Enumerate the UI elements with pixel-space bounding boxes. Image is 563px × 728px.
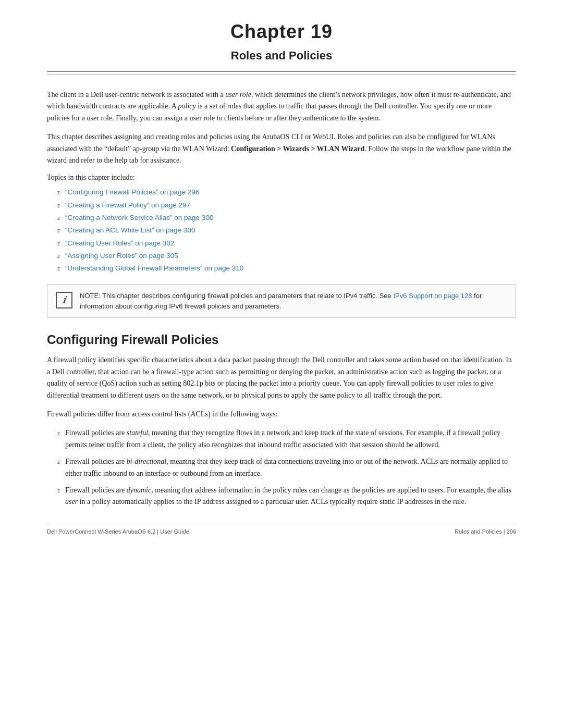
bullet-item-2: Firewall policies are bi-directional, me… (57, 456, 516, 479)
topics-label: Topics in this chapter include: (47, 174, 516, 182)
topic-item-3[interactable]: “Creating a Network Service Alias” on pa… (57, 212, 516, 224)
topic-item-4[interactable]: “Creating an ACL White List” on page 300 (57, 224, 516, 237)
bullet-1-text: Firewall policies are stateful, meaning … (65, 427, 516, 451)
topic-item-1[interactable]: “Configuring Firewall Policies” on page … (57, 186, 516, 199)
top-divider-thin (47, 74, 516, 75)
topic-item-2[interactable]: “Creating a Firewall Policy” on page 297 (57, 199, 516, 212)
page-container: Chapter 19 Roles and Policies The client… (0, 0, 563, 728)
note-text-before: NOTE: This chapter describes configuring… (80, 292, 393, 300)
chapter-subtitle: Roles and Policies (47, 49, 516, 63)
topic-link-4[interactable]: “Creating an ACL White List” on page 300 (65, 224, 195, 237)
section-paragraph-2: Firewall policies differ from access con… (47, 409, 516, 420)
chapter-title: Chapter 19 (47, 21, 516, 43)
footer-right: Roles and Policies | 296 (455, 528, 516, 535)
topic-item-7[interactable]: “Understanding Global Firewall Parameter… (57, 262, 516, 275)
topic-link-7[interactable]: “Understanding Global Firewall Parameter… (65, 262, 243, 275)
section-heading: Configuring Firewall Policies (47, 332, 516, 347)
topics-list: “Configuring Firewall Policies” on page … (57, 186, 516, 275)
topic-link-6[interactable]: “Assigning User Roles” on page 305 (65, 250, 178, 262)
note-text: NOTE: This chapter describes configuring… (80, 291, 507, 311)
bullet-list: Firewall policies are stateful, meaning … (57, 427, 516, 508)
topic-item-5[interactable]: “Creating User Roles” on page 302 (57, 237, 516, 250)
topic-link-5[interactable]: “Creating User Roles” on page 302 (65, 237, 174, 250)
section-paragraph-1: A firewall policy identifies specific ch… (47, 354, 516, 401)
bullet-2-text: Firewall policies are bi-directional, me… (65, 456, 516, 479)
chapter-header: Chapter 19 Roles and Policies (47, 21, 516, 63)
topic-link-2[interactable]: “Creating a Firewall Policy” on page 297 (65, 199, 190, 212)
note-icon: 𝑖 (56, 292, 72, 309)
footer: Dell PowerConnect W-Series ArubaOS 6.2 |… (47, 528, 516, 535)
bullet-3-text: Firewall policies are dynamic, meaning t… (65, 485, 516, 508)
intro-paragraph-2: This chapter describes assigning and cre… (47, 131, 516, 166)
note-link[interactable]: IPv6 Support on page 128 (393, 292, 472, 300)
note-box: 𝑖 NOTE: This chapter describes configuri… (47, 284, 516, 318)
topic-link-3[interactable]: “Creating a Network Service Alias” on pa… (65, 212, 213, 224)
topic-link-1[interactable]: “Configuring Firewall Policies” on page … (65, 186, 199, 199)
bullet-item-1: Firewall policies are stateful, meaning … (57, 427, 516, 451)
top-divider (47, 71, 516, 72)
footer-divider (47, 524, 516, 524)
footer-left: Dell PowerConnect W-Series ArubaOS 6.2 |… (47, 528, 189, 535)
intro-paragraph-1: The client in a Dell user-centric networ… (47, 89, 516, 124)
topic-item-6[interactable]: “Assigning User Roles” on page 305 (57, 250, 516, 262)
bullet-item-3: Firewall policies are dynamic, meaning t… (57, 485, 516, 508)
